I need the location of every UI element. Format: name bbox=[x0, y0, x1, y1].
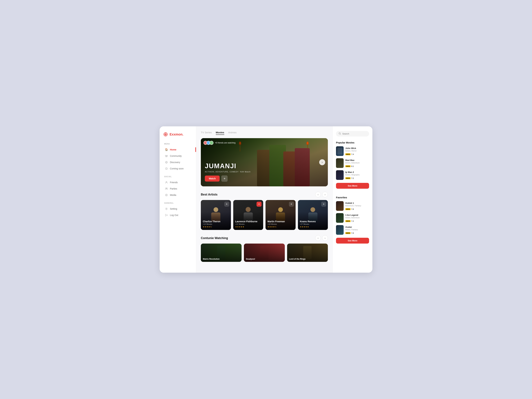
hero-next-button[interactable]: › bbox=[319, 159, 325, 165]
artists-next-button[interactable]: › bbox=[322, 192, 328, 197]
menu-section: MENU 🏠 Home Community bbox=[163, 143, 193, 172]
nav-coming-soon-label: Coming soon bbox=[170, 167, 184, 170]
social-section: SOCIAL Friends Par bbox=[163, 176, 193, 198]
favorite-avatar[interactable]: Avatar Action, Fantasy IMDb 7.8 bbox=[336, 225, 369, 235]
artist-card-laurence[interactable]: + Laurence Fishburne +22 Movies ★★★★★ bbox=[233, 200, 263, 230]
nav-logout-label: Log Out bbox=[170, 214, 178, 216]
watch-card-lotr[interactable]: Lord of the Rings bbox=[287, 244, 328, 262]
logo: Exxmon. bbox=[163, 132, 193, 137]
artist-stars-laurence: ★★★★★ bbox=[235, 226, 258, 228]
popular-movie-ip-man[interactable]: Ip Man 2 Action, Biography IMDb 7.2 bbox=[336, 170, 369, 180]
thumb-ip-man bbox=[336, 170, 344, 180]
main-content: TV Series Movies Animes bbox=[196, 126, 332, 273]
nav-media-label: Media bbox=[170, 194, 176, 196]
artist-add-laurence[interactable]: + bbox=[257, 202, 261, 207]
popular-see-more-button[interactable]: See More bbox=[336, 183, 369, 189]
best-artists-header: Best Artists ‹ › bbox=[201, 192, 328, 197]
artist-card-keanu[interactable]: + Keanu Reeves +27 Movies ★★★★★ bbox=[298, 200, 328, 230]
svg-rect-7 bbox=[166, 156, 167, 157]
media-icon bbox=[165, 194, 168, 196]
artist-name-laurence: Laurence Fishburne bbox=[235, 220, 258, 223]
search-bar[interactable] bbox=[336, 131, 369, 137]
imdb-badge-mad-max: IMDb 8.1 bbox=[345, 165, 354, 167]
continue-watching-title: Contunie Watching bbox=[201, 236, 228, 240]
watch-button[interactable]: Watch bbox=[205, 176, 220, 182]
movie-genre-avatar: Action, Fantasy bbox=[345, 228, 369, 231]
nav-logout[interactable]: Log Out bbox=[163, 212, 193, 218]
movie-genre-i-am-legend: Action, Adventure bbox=[345, 217, 369, 219]
general-section: GENERAL Setting Lo bbox=[163, 202, 193, 218]
social-label: SOCIAL bbox=[163, 176, 193, 177]
artists-prev-button[interactable]: ‹ bbox=[315, 192, 321, 197]
artist-stars-keanu: ★★★★★ bbox=[300, 226, 316, 228]
imdb-badge-avatar: IMDb 7.8 bbox=[345, 232, 354, 234]
movie-name-avatar: Avatar bbox=[345, 226, 369, 228]
movie-info-avatar: Avatar Action, Fantasy IMDb 7.8 bbox=[345, 226, 369, 234]
nav-discovery[interactable]: Discovery bbox=[163, 159, 193, 165]
general-label: GENERAL bbox=[163, 202, 193, 204]
nav-friends[interactable]: Friends bbox=[163, 179, 193, 185]
svg-point-9 bbox=[166, 162, 167, 163]
favorite-hobbit[interactable]: Hobbit 1 Adventure, Fantasy IMDb 7.8 bbox=[336, 201, 369, 211]
friend-avatar-3 bbox=[209, 141, 214, 145]
imdb-score-john-wick: 7.4 bbox=[351, 153, 354, 155]
artist-add-martin[interactable]: + bbox=[289, 202, 294, 207]
artist-add-charlize[interactable]: + bbox=[224, 202, 229, 207]
popular-movie-john-wick[interactable]: John Wick Action, Horror IMDb 7.4 bbox=[336, 146, 369, 156]
nav-setting[interactable]: Setting bbox=[163, 206, 193, 212]
svg-point-18 bbox=[165, 194, 167, 196]
svg-point-19 bbox=[166, 195, 167, 195]
imdb-score-i-am-legend: 7.2 bbox=[351, 220, 354, 222]
nav-home-label: Home bbox=[170, 148, 176, 151]
watch-title-matrix: Matrix Revolution bbox=[203, 258, 220, 260]
add-to-list-button[interactable]: + bbox=[221, 175, 228, 182]
artist-stars-charlize: ★★★★½ bbox=[203, 226, 221, 228]
movie-name-i-am-legend: I Am Legend bbox=[345, 214, 369, 216]
artist-movies-keanu: +27 Movies bbox=[300, 223, 316, 225]
tab-movies[interactable]: Movies bbox=[216, 131, 224, 135]
artist-card-martin[interactable]: + Martin Freeman +10 Movies ★★★★½ bbox=[266, 200, 296, 230]
tab-animes[interactable]: Animes bbox=[228, 131, 237, 135]
coming-soon-icon bbox=[165, 167, 168, 170]
best-artists-title: Best Artists bbox=[201, 193, 217, 196]
imdb-score-mad-max: 8.1 bbox=[351, 165, 354, 167]
movie-name-mad-max: Mad Max bbox=[345, 159, 369, 161]
watch-card-deadpool[interactable]: Deadpool bbox=[244, 244, 285, 262]
artist-movies-laurence: +22 Movies bbox=[235, 223, 258, 225]
imdb-logo-4: IMDb bbox=[345, 208, 351, 210]
thumb-avatar bbox=[336, 225, 344, 235]
popular-movies-title: Popular Movies bbox=[336, 141, 369, 144]
popular-movie-mad-max[interactable]: Mad Max Action, Adventure IMDb 8.1 bbox=[336, 158, 369, 168]
hero-banner: +6 friends are watching JUMANJI ACTINON,… bbox=[201, 138, 328, 186]
tab-tv-series[interactable]: TV Series bbox=[201, 131, 212, 135]
sidebar: Exxmon. MENU 🏠 Home Community bbox=[160, 126, 196, 273]
nav-media[interactable]: Media bbox=[163, 192, 193, 198]
community-icon bbox=[165, 154, 168, 158]
artist-info-laurence: Laurence Fishburne +22 Movies ★★★★★ bbox=[235, 220, 258, 228]
nav-coming-soon[interactable]: Coming soon bbox=[163, 165, 193, 172]
friends-badge: +6 friends are watching bbox=[203, 141, 235, 145]
thumb-hobbit bbox=[336, 201, 344, 211]
artist-card-charlize[interactable]: + Charlize Theron +12 Movies ★★★★½ bbox=[201, 200, 231, 230]
svg-rect-5 bbox=[165, 155, 166, 156]
watching-prev-button[interactable]: ‹ bbox=[315, 235, 321, 241]
imdb-logo-3: IMDb bbox=[345, 177, 351, 179]
watch-card-matrix[interactable]: Matrix Revolution bbox=[201, 244, 241, 262]
parties-icon bbox=[165, 187, 168, 190]
nav-home[interactable]: 🏠 Home bbox=[163, 146, 193, 153]
favorite-i-am-legend[interactable]: I Am Legend Action, Adventure IMDb 7.2 bbox=[336, 213, 369, 223]
movie-info-mad-max: Mad Max Action, Adventure IMDb 8.1 bbox=[345, 159, 369, 167]
watching-next-button[interactable]: › bbox=[322, 235, 328, 241]
nav-parties[interactable]: Parties bbox=[163, 185, 193, 192]
movie-genre-ip-man: Action, Biography bbox=[345, 174, 369, 176]
artist-add-keanu[interactable]: + bbox=[321, 202, 326, 207]
nav-community[interactable]: Community bbox=[163, 153, 193, 159]
favorites-see-more-button[interactable]: See More bbox=[336, 238, 369, 244]
artist-name-keanu: Keanu Reeves bbox=[300, 220, 316, 223]
search-input[interactable] bbox=[342, 133, 367, 135]
imdb-score-avatar: 7.8 bbox=[351, 232, 354, 234]
artist-name-charlize: Charlize Theron bbox=[203, 220, 221, 223]
hero-buttons: Watch + bbox=[205, 175, 251, 182]
movie-name-hobbit: Hobbit 1 bbox=[345, 202, 369, 204]
popular-movies-section: Popular Movies John Wick Action, Horror … bbox=[336, 141, 369, 192]
